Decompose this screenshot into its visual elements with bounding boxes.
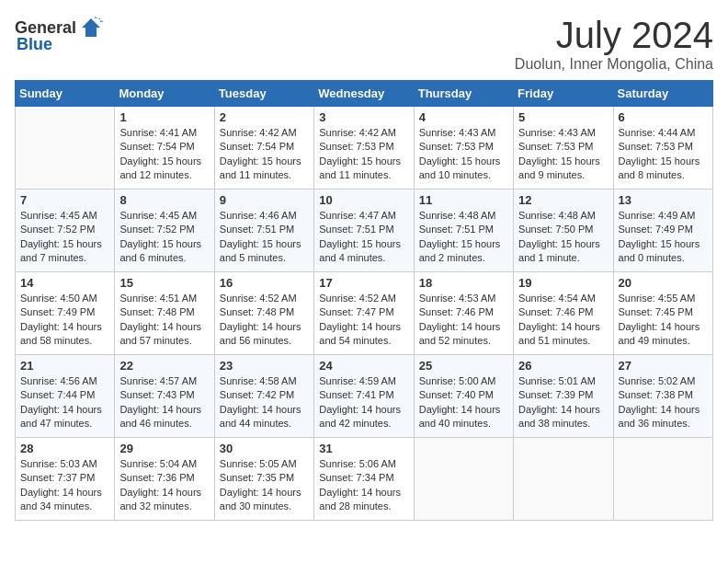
calendar-body: 1Sunrise: 4:41 AMSunset: 7:54 PMDaylight…: [16, 107, 713, 521]
day-info: Sunrise: 4:54 AMSunset: 7:46 PMDaylight:…: [518, 292, 608, 349]
calendar-cell: [414, 438, 513, 521]
day-info: Sunrise: 4:44 AMSunset: 7:53 PMDaylight:…: [619, 126, 708, 183]
day-number: 19: [518, 276, 608, 290]
calendar-cell: 8Sunrise: 4:45 AMSunset: 7:52 PMDaylight…: [115, 190, 214, 272]
logo: General Blue: [15, 15, 104, 54]
day-number: 3: [319, 110, 408, 124]
calendar-cell: 25Sunrise: 5:00 AMSunset: 7:40 PMDayligh…: [414, 355, 513, 438]
day-info: Sunrise: 4:48 AMSunset: 7:50 PMDaylight:…: [518, 209, 608, 266]
day-number: 20: [619, 276, 708, 290]
calendar-cell: 1Sunrise: 4:41 AMSunset: 7:54 PMDaylight…: [115, 107, 214, 190]
calendar-cell: [514, 438, 613, 521]
calendar-cell: 26Sunrise: 5:01 AMSunset: 7:39 PMDayligh…: [514, 355, 613, 438]
location: Duolun, Inner Mongolia, China: [515, 56, 713, 73]
day-info: Sunrise: 4:53 AMSunset: 7:46 PMDaylight:…: [419, 292, 508, 349]
header-day-saturday: Saturday: [613, 81, 712, 107]
day-number: 26: [518, 359, 608, 373]
day-info: Sunrise: 4:49 AMSunset: 7:49 PMDaylight:…: [619, 209, 708, 266]
title-block: July 2024 Duolun, Inner Mongolia, China: [515, 15, 713, 73]
header-day-thursday: Thursday: [414, 81, 513, 107]
day-number: 5: [518, 110, 608, 124]
day-number: 15: [119, 276, 209, 290]
day-info: Sunrise: 5:04 AMSunset: 7:36 PMDaylight:…: [119, 457, 209, 514]
calendar-cell: 9Sunrise: 4:46 AMSunset: 7:51 PMDaylight…: [214, 190, 313, 272]
svg-marker-1: [95, 17, 104, 22]
day-number: 22: [119, 359, 209, 373]
day-info: Sunrise: 4:47 AMSunset: 7:51 PMDaylight:…: [319, 209, 408, 266]
day-number: 17: [319, 276, 408, 290]
day-info: Sunrise: 4:52 AMSunset: 7:47 PMDaylight:…: [319, 292, 408, 349]
calendar-cell: [613, 438, 712, 521]
header-day-friday: Friday: [514, 81, 613, 107]
calendar-cell: 27Sunrise: 5:02 AMSunset: 7:38 PMDayligh…: [613, 355, 712, 438]
day-info: Sunrise: 4:56 AMSunset: 7:44 PMDaylight:…: [20, 374, 109, 431]
day-info: Sunrise: 4:57 AMSunset: 7:43 PMDaylight:…: [119, 374, 209, 431]
day-number: 21: [20, 359, 109, 373]
day-info: Sunrise: 4:43 AMSunset: 7:53 PMDaylight:…: [419, 126, 508, 183]
day-number: 2: [220, 110, 309, 124]
day-number: 8: [119, 193, 209, 207]
calendar-cell: 18Sunrise: 4:53 AMSunset: 7:46 PMDayligh…: [414, 272, 513, 355]
calendar-cell: 16Sunrise: 4:52 AMSunset: 7:48 PMDayligh…: [214, 272, 313, 355]
calendar-cell: 5Sunrise: 4:43 AMSunset: 7:53 PMDaylight…: [514, 107, 613, 190]
calendar-cell: 11Sunrise: 4:48 AMSunset: 7:51 PMDayligh…: [414, 190, 513, 272]
day-info: Sunrise: 4:48 AMSunset: 7:51 PMDaylight:…: [419, 209, 508, 266]
calendar-cell: 31Sunrise: 5:06 AMSunset: 7:34 PMDayligh…: [314, 438, 414, 521]
calendar-cell: 23Sunrise: 4:58 AMSunset: 7:42 PMDayligh…: [214, 355, 313, 438]
day-number: 6: [619, 110, 708, 124]
day-number: 9: [220, 193, 309, 207]
day-info: Sunrise: 5:00 AMSunset: 7:40 PMDaylight:…: [419, 374, 508, 431]
day-info: Sunrise: 4:52 AMSunset: 7:48 PMDaylight:…: [220, 292, 309, 349]
calendar-header-row: SundayMondayTuesdayWednesdayThursdayFrid…: [16, 81, 713, 107]
calendar-cell: 12Sunrise: 4:48 AMSunset: 7:50 PMDayligh…: [514, 190, 613, 272]
calendar-cell: 28Sunrise: 5:03 AMSunset: 7:37 PMDayligh…: [16, 438, 115, 521]
calendar-cell: 20Sunrise: 4:55 AMSunset: 7:45 PMDayligh…: [613, 272, 712, 355]
day-number: 27: [619, 359, 708, 373]
calendar-cell: 15Sunrise: 4:51 AMSunset: 7:48 PMDayligh…: [115, 272, 214, 355]
day-number: 7: [20, 193, 109, 207]
day-info: Sunrise: 4:41 AMSunset: 7:54 PMDaylight:…: [119, 126, 209, 183]
day-number: 31: [319, 442, 408, 455]
calendar-cell: 2Sunrise: 4:42 AMSunset: 7:54 PMDaylight…: [214, 107, 313, 190]
day-number: 24: [319, 359, 408, 373]
calendar-cell: 3Sunrise: 4:42 AMSunset: 7:53 PMDaylight…: [314, 107, 414, 190]
calendar-cell: [16, 107, 115, 190]
day-number: 16: [220, 276, 309, 290]
calendar-cell: 17Sunrise: 4:52 AMSunset: 7:47 PMDayligh…: [314, 272, 414, 355]
day-number: 23: [220, 359, 309, 373]
calendar-cell: 24Sunrise: 4:59 AMSunset: 7:41 PMDayligh…: [314, 355, 414, 438]
day-info: Sunrise: 4:42 AMSunset: 7:54 PMDaylight:…: [220, 126, 309, 183]
day-info: Sunrise: 5:06 AMSunset: 7:34 PMDaylight:…: [319, 457, 408, 514]
day-info: Sunrise: 4:55 AMSunset: 7:45 PMDaylight:…: [619, 292, 708, 349]
header-day-sunday: Sunday: [16, 81, 115, 107]
month-title: July 2024: [515, 15, 713, 56]
day-number: 11: [419, 193, 508, 207]
calendar-week-4: 21Sunrise: 4:56 AMSunset: 7:44 PMDayligh…: [16, 355, 713, 438]
day-info: Sunrise: 5:02 AMSunset: 7:38 PMDaylight:…: [619, 374, 708, 431]
calendar-cell: 29Sunrise: 5:04 AMSunset: 7:36 PMDayligh…: [115, 438, 214, 521]
day-number: 14: [20, 276, 109, 290]
day-info: Sunrise: 4:46 AMSunset: 7:51 PMDaylight:…: [220, 209, 309, 266]
calendar-table: SundayMondayTuesdayWednesdayThursdayFrid…: [15, 80, 713, 521]
svg-marker-0: [82, 18, 100, 37]
day-number: 29: [119, 442, 209, 455]
header-day-monday: Monday: [115, 81, 214, 107]
day-info: Sunrise: 5:01 AMSunset: 7:39 PMDaylight:…: [518, 374, 608, 431]
calendar-cell: 21Sunrise: 4:56 AMSunset: 7:44 PMDayligh…: [16, 355, 115, 438]
calendar-cell: 30Sunrise: 5:05 AMSunset: 7:35 PMDayligh…: [214, 438, 313, 521]
day-info: Sunrise: 4:45 AMSunset: 7:52 PMDaylight:…: [119, 209, 209, 266]
calendar-week-2: 7Sunrise: 4:45 AMSunset: 7:52 PMDaylight…: [16, 190, 713, 272]
header-day-wednesday: Wednesday: [314, 81, 414, 107]
calendar-cell: 10Sunrise: 4:47 AMSunset: 7:51 PMDayligh…: [314, 190, 414, 272]
day-number: 18: [419, 276, 508, 290]
calendar-cell: 22Sunrise: 4:57 AMSunset: 7:43 PMDayligh…: [115, 355, 214, 438]
day-info: Sunrise: 4:51 AMSunset: 7:48 PMDaylight:…: [119, 292, 209, 349]
day-info: Sunrise: 5:03 AMSunset: 7:37 PMDaylight:…: [20, 457, 109, 514]
calendar-cell: 7Sunrise: 4:45 AMSunset: 7:52 PMDaylight…: [16, 190, 115, 272]
day-info: Sunrise: 4:58 AMSunset: 7:42 PMDaylight:…: [220, 374, 309, 431]
calendar-week-1: 1Sunrise: 4:41 AMSunset: 7:54 PMDaylight…: [16, 107, 713, 190]
day-number: 1: [119, 110, 209, 124]
page-header: General Blue July 2024 Duolun, Inner Mon…: [15, 15, 713, 73]
day-info: Sunrise: 4:50 AMSunset: 7:49 PMDaylight:…: [20, 292, 109, 349]
calendar-cell: 19Sunrise: 4:54 AMSunset: 7:46 PMDayligh…: [514, 272, 613, 355]
